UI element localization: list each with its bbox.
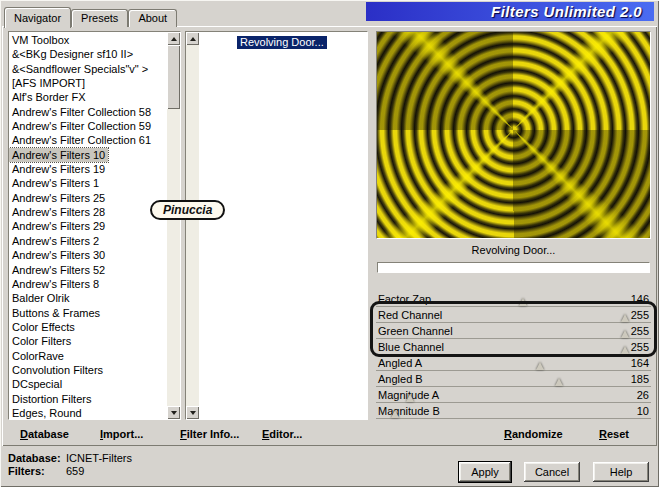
- database-button[interactable]: Database: [20, 428, 69, 440]
- status-filters-label: Filters:: [8, 465, 66, 478]
- randomize-button[interactable]: Randomize: [504, 428, 563, 440]
- category-item[interactable]: [AFS IMPORT]: [9, 76, 167, 90]
- status-database-value: ICNET-Filters: [66, 452, 132, 464]
- category-item[interactable]: Andrew's Filters 1: [9, 176, 167, 190]
- slider-thumb[interactable]: [536, 362, 544, 370]
- scroll-down-button[interactable]: [186, 406, 199, 419]
- slider-value: 255: [631, 325, 649, 337]
- scrollbar-track[interactable]: [186, 45, 199, 406]
- category-item[interactable]: Andrew's Filters 29: [9, 219, 167, 233]
- filter-item[interactable]: Revolving Door...: [237, 36, 327, 49]
- slider-thumb[interactable]: [555, 378, 563, 386]
- category-item[interactable]: Andrew's Filter Collection 59: [9, 119, 167, 133]
- slider-blue-channel[interactable]: Blue Channel255: [376, 339, 651, 355]
- slider-label: Blue Channel: [378, 341, 444, 353]
- reset-button[interactable]: Reset: [599, 428, 629, 440]
- slider-thumb[interactable]: [621, 314, 629, 322]
- import-button[interactable]: Import...: [100, 428, 143, 440]
- category-item[interactable]: Andrew's Filters 52: [9, 263, 167, 277]
- scroll-down-button[interactable]: [167, 406, 180, 419]
- apply-button[interactable]: Apply: [459, 462, 511, 482]
- slider-thumb[interactable]: [621, 330, 629, 338]
- category-scrollbar[interactable]: [167, 32, 180, 419]
- category-item[interactable]: Convolution Filters: [9, 363, 167, 377]
- filter-list: Revolving Door...: [199, 32, 367, 419]
- slider-thumb[interactable]: [519, 298, 527, 306]
- arrow-down-icon: [171, 411, 177, 415]
- slider-red-channel[interactable]: Red Channel255: [376, 307, 651, 323]
- category-item[interactable]: VM Toolbox: [9, 33, 167, 47]
- slider-value: 164: [631, 357, 649, 369]
- category-item[interactable]: &<BKg Designer sf10 II>: [9, 47, 167, 61]
- slider-value: 146: [631, 293, 649, 305]
- category-item[interactable]: ColorRave: [9, 349, 167, 363]
- slider-thumb[interactable]: [391, 410, 399, 418]
- slider-thumb[interactable]: [406, 394, 414, 402]
- category-item[interactable]: Andrew's Filters 8: [9, 277, 167, 291]
- scrollbar-track[interactable]: [167, 45, 180, 406]
- slider-angled-b[interactable]: Angled B185: [376, 371, 651, 387]
- category-list-panel: VM Toolbox&<BKg Designer sf10 II>&<Sandf…: [8, 31, 181, 420]
- watermark-pinuccia: Pinuccia: [150, 200, 225, 220]
- slider-thumb[interactable]: [621, 346, 629, 354]
- category-item[interactable]: Edges, Round: [9, 406, 167, 419]
- filters-unlimited-window: Filters Unlimited 2.0 Navigator Presets …: [0, 0, 659, 487]
- arrow-down-icon: [190, 411, 196, 415]
- category-item[interactable]: Andrew's Filters 19: [9, 162, 167, 176]
- scrollbar-thumb[interactable]: [167, 45, 180, 109]
- title-bar: Filters Unlimited 2.0: [366, 2, 654, 21]
- scroll-up-button[interactable]: [186, 32, 199, 45]
- slider-value: 10: [637, 405, 649, 417]
- slider-label: Factor Zap: [378, 293, 431, 305]
- slider-label: Angled A: [378, 357, 422, 369]
- slider-factor-zap[interactable]: Factor Zap146: [376, 291, 651, 307]
- category-item[interactable]: Alf's Border FX: [9, 90, 167, 104]
- tab-bar: Navigator Presets About: [4, 6, 177, 27]
- progress-bar: [377, 262, 650, 273]
- category-item[interactable]: Andrew's Filter Collection 61: [9, 133, 167, 147]
- editor-button[interactable]: Editor...: [262, 428, 302, 440]
- slider-panel: Factor Zap146Red Channel255Green Channel…: [376, 291, 651, 419]
- filter-list-panel: Revolving Door...: [185, 31, 368, 420]
- cancel-button[interactable]: Cancel: [524, 462, 580, 482]
- slider-label: Green Channel: [378, 325, 453, 337]
- slider-list: Factor Zap146Red Channel255Green Channel…: [376, 291, 651, 419]
- category-item[interactable]: Andrew's Filters 10: [9, 148, 108, 162]
- tab-presets[interactable]: Presets: [71, 9, 128, 27]
- slider-value: 26: [637, 389, 649, 401]
- category-item[interactable]: Andrew's Filters 25: [9, 191, 167, 205]
- category-item[interactable]: DCspecial: [9, 377, 167, 391]
- filter-scrollbar[interactable]: [186, 32, 199, 419]
- status-filters-value: 659: [66, 465, 84, 477]
- category-item[interactable]: Color Filters: [9, 334, 167, 348]
- tab-navigator[interactable]: Navigator: [4, 7, 71, 28]
- slider-label: Angled B: [378, 373, 423, 385]
- category-item[interactable]: Andrew's Filters 30: [9, 248, 167, 262]
- filter-preview-image[interactable]: [377, 32, 650, 238]
- category-item[interactable]: Distortion Filters: [9, 392, 167, 406]
- arrow-up-icon: [171, 37, 177, 41]
- category-item[interactable]: Andrew's Filter Collection 58: [9, 105, 167, 119]
- category-item[interactable]: &<Sandflower Specials"v" >: [9, 62, 167, 76]
- help-button[interactable]: Help: [593, 462, 649, 482]
- category-list: VM Toolbox&<BKg Designer sf10 II>&<Sandf…: [9, 32, 167, 419]
- slider-label: Red Channel: [378, 309, 442, 321]
- slider-value: 255: [631, 341, 649, 353]
- category-item[interactable]: Andrew's Filters 28: [9, 205, 167, 219]
- category-item[interactable]: Buttons & Frames: [9, 306, 167, 320]
- category-item[interactable]: Balder Olrik: [9, 291, 167, 305]
- slider-magnitude-a[interactable]: Magnitude A26: [376, 387, 651, 403]
- slider-angled-a[interactable]: Angled A164: [376, 355, 651, 371]
- slider-value: 255: [631, 309, 649, 321]
- slider-magnitude-b[interactable]: Magnitude B10: [376, 403, 651, 419]
- slider-green-channel[interactable]: Green Channel255: [376, 323, 651, 339]
- status-bar: Database:ICNET-Filters Filters:659: [8, 452, 132, 478]
- tab-about[interactable]: About: [128, 9, 177, 27]
- category-item[interactable]: Color Effects: [9, 320, 167, 334]
- preview-panel: [376, 31, 651, 239]
- scroll-up-button[interactable]: [167, 32, 180, 45]
- category-item[interactable]: Andrew's Filters 2: [9, 234, 167, 248]
- slider-value: 185: [631, 373, 649, 385]
- status-database-label: Database:: [8, 452, 66, 465]
- filter-info-button[interactable]: Filter Info...: [180, 428, 239, 440]
